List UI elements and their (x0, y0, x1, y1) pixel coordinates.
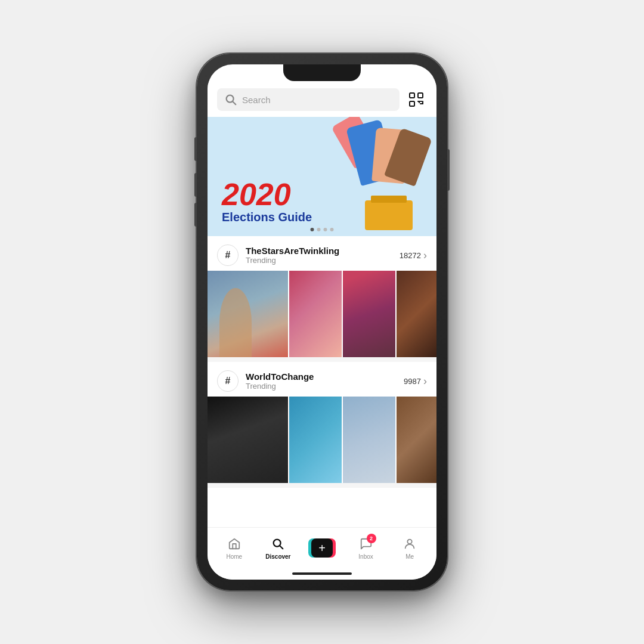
discover-label: Discover (265, 553, 290, 560)
dot-4 (330, 228, 334, 231)
plus-symbol: + (318, 542, 326, 554)
trending-name-2: WorldToChange (246, 371, 397, 382)
discover-icon (270, 536, 286, 552)
trending-label-2: Trending (246, 382, 397, 391)
me-label: Me (405, 553, 414, 560)
thumb-2-2[interactable] (289, 397, 342, 483)
search-bar: Search (208, 81, 436, 117)
screen-content: Search (208, 64, 436, 580)
home-bar (292, 572, 352, 575)
dot-2 (317, 228, 321, 231)
phone-screen: Search (208, 64, 436, 580)
notch (283, 64, 361, 81)
trending-label-1: Trending (246, 256, 392, 265)
home-indicator (208, 568, 436, 580)
nav-plus[interactable]: + (300, 538, 344, 558)
plus-center: + (311, 538, 333, 558)
scroll-area[interactable]: 2020 Elections Guide (208, 117, 436, 527)
thumb-1-3[interactable] (343, 271, 395, 357)
qr-scan-icon (408, 91, 425, 108)
trending-section-1: # TheStarsAreTwinkling Trending 18272 (208, 236, 436, 357)
thumb-1-2[interactable] (289, 271, 342, 357)
nav-home[interactable]: Home (212, 536, 256, 560)
trending-header-1[interactable]: # TheStarsAreTwinkling Trending 18272 (208, 236, 436, 271)
phone-frame: Search (197, 54, 447, 590)
svg-line-11 (280, 546, 283, 549)
trending-count-2[interactable]: 9987 (404, 375, 427, 388)
search-input-container[interactable]: Search (217, 88, 400, 111)
trending-grid-2 (208, 397, 436, 483)
banner-subtitle: Elections Guide (222, 210, 312, 224)
section-divider-1 (208, 357, 436, 362)
inbox-icon: 2 (358, 536, 374, 552)
ballot-box (365, 200, 413, 230)
bottom-nav: Home Discover (208, 527, 436, 568)
banner-year: 2020 (222, 179, 312, 210)
home-icon (227, 536, 242, 552)
inbox-label: Inbox (358, 553, 373, 560)
hashtag-icon-2: # (217, 370, 239, 392)
trending-grid-1 (208, 271, 436, 357)
trending-count-1[interactable]: 18272 (400, 249, 427, 262)
elections-banner[interactable]: 2020 Elections Guide (208, 117, 436, 236)
thumb-1-4[interactable] (397, 271, 437, 357)
svg-rect-2 (410, 93, 414, 98)
svg-rect-4 (410, 101, 414, 106)
trending-info-1: TheStarsAreTwinkling Trending (246, 246, 392, 265)
trending-name-1: TheStarsAreTwinkling (246, 246, 392, 256)
nav-inbox[interactable]: 2 Inbox (344, 536, 388, 560)
plus-button[interactable]: + (308, 538, 336, 558)
svg-line-1 (233, 101, 236, 104)
nav-me[interactable]: Me (388, 536, 432, 560)
trending-section-2: # WorldToChange Trending 9987 (208, 362, 436, 483)
thumb-2-4[interactable] (397, 397, 437, 483)
trending-info-2: WorldToChange Trending (246, 371, 397, 391)
dot-3 (324, 228, 327, 231)
thumb-2-3[interactable] (343, 397, 395, 483)
svg-point-12 (408, 539, 412, 543)
scan-icon[interactable] (405, 89, 427, 110)
home-label: Home (226, 553, 242, 560)
banner-dots (311, 228, 334, 231)
thumb-1-1[interactable] (208, 271, 288, 357)
trending-header-2[interactable]: # WorldToChange Trending 9987 (208, 362, 436, 397)
me-icon (402, 536, 417, 552)
banner-illustration (317, 117, 436, 236)
thumb-2-1[interactable] (208, 397, 288, 483)
search-icon (224, 93, 237, 106)
search-placeholder: Search (242, 95, 271, 105)
nav-discover[interactable]: Discover (256, 536, 301, 560)
banner-text: 2020 Elections Guide (222, 179, 312, 224)
hashtag-icon-1: # (217, 244, 239, 266)
inbox-badge: 2 (367, 534, 376, 543)
dot-1 (311, 228, 314, 231)
section-divider-2 (208, 483, 436, 488)
svg-rect-3 (418, 93, 423, 98)
